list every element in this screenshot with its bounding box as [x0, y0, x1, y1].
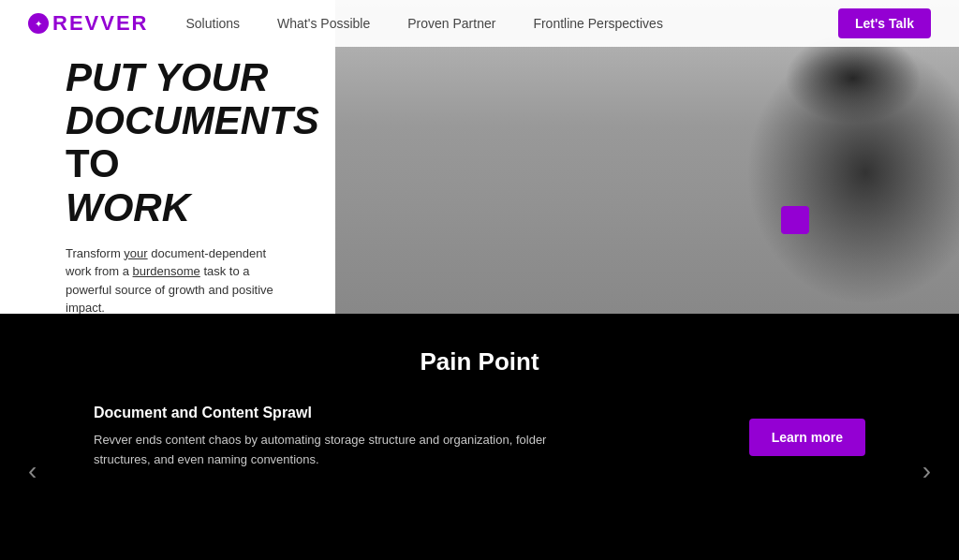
- header: REVVER Solutions What's Possible Proven …: [0, 0, 959, 47]
- logo: REVVER: [28, 11, 148, 36]
- learn-more-button[interactable]: Learn more: [749, 419, 865, 456]
- hero-subtitle: Transform your document-dependent work f…: [66, 244, 290, 314]
- pain-point-card: Document and Content Sprawl Revver ends …: [0, 405, 959, 470]
- pain-point-card-title: Document and Content Sprawl: [94, 405, 712, 421]
- pain-point-text: Document and Content Sprawl Revver ends …: [94, 405, 712, 470]
- lets-talk-button[interactable]: Let's Talk: [838, 8, 931, 38]
- logo-text: REVVER: [52, 11, 148, 36]
- nav-proven-partner[interactable]: Proven Partner: [407, 16, 495, 31]
- purple-decoration: [781, 206, 809, 234]
- logo-icon: [28, 13, 49, 34]
- pain-point-card-description: Revver ends content chaos by automating …: [94, 431, 562, 470]
- next-chevron-icon[interactable]: ›: [922, 456, 931, 486]
- pain-point-section: Pain Point Document and Content Sprawl R…: [0, 314, 959, 560]
- hero-section: PUT YOUR DOCUMENTS TO WORK Transform you…: [0, 0, 959, 314]
- prev-chevron-icon[interactable]: ‹: [28, 456, 37, 486]
- nav-whats-possible[interactable]: What's Possible: [277, 16, 370, 31]
- pain-point-title: Pain Point: [420, 347, 539, 376]
- nav-solutions[interactable]: Solutions: [185, 16, 240, 31]
- hero-person-image: [335, 0, 959, 314]
- hero-content: PUT YOUR DOCUMENTS TO WORK Transform you…: [66, 56, 365, 314]
- main-nav: Solutions What's Possible Proven Partner…: [185, 16, 838, 31]
- hero-title: PUT YOUR DOCUMENTS TO WORK: [66, 56, 365, 229]
- nav-frontline[interactable]: Frontline Perspectives: [533, 16, 663, 31]
